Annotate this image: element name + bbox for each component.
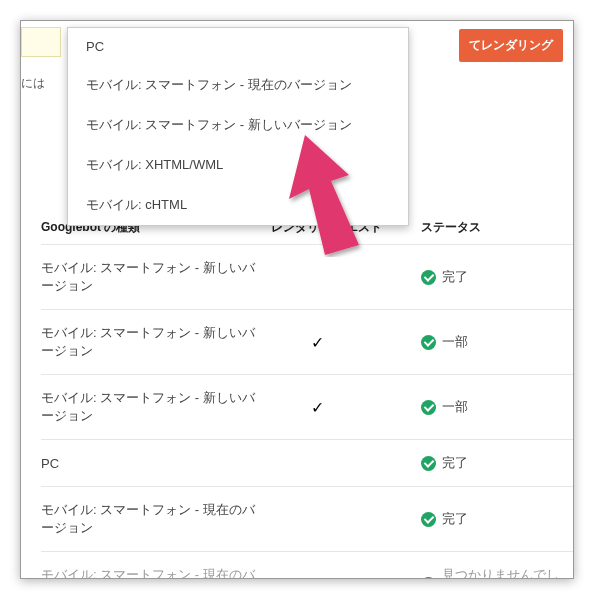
highlight-box: [21, 27, 61, 57]
cell-status: 完了: [421, 454, 571, 472]
dropdown-option-mobile-current[interactable]: モバイル: スマートフォン - 現在のバージョン: [68, 65, 408, 105]
dropdown-option-chtml[interactable]: モバイル: cHTML: [68, 185, 408, 225]
success-icon: [421, 270, 436, 285]
status-text: 完了: [442, 268, 468, 286]
render-button[interactable]: てレンダリング: [459, 29, 563, 62]
cell-status: 完了: [421, 268, 571, 286]
cell-status: !見つかりませんでした: [421, 566, 571, 579]
cell-status: 一部: [421, 398, 571, 416]
cell-type: モバイル: スマートフォン - 新しいバージョン: [41, 259, 271, 295]
cell-type: モバイル: スマートフォン - 現在のバージョン: [41, 566, 271, 579]
dropdown-option-xhtml-wml[interactable]: モバイル: XHTML/WML: [68, 145, 408, 185]
cell-status: 一部: [421, 333, 571, 351]
table-row[interactable]: モバイル: スマートフォン - 現在のバージョン完了: [41, 486, 573, 551]
success-icon: [421, 456, 436, 471]
table-row[interactable]: モバイル: スマートフォン - 新しいバージョン完了: [41, 244, 573, 309]
cell-type: モバイル: スマートフォン - 新しいバージョン: [41, 389, 271, 425]
table-row[interactable]: PC完了: [41, 439, 573, 486]
status-text: 一部: [442, 398, 468, 416]
status-text: 完了: [442, 454, 468, 472]
app-frame: には てレンダリング PC モバイル: スマートフォン - 現在のバージョン モ…: [20, 20, 574, 579]
left-truncated-label: には: [21, 75, 45, 92]
error-icon: !: [421, 577, 436, 580]
dropdown-option-pc[interactable]: PC: [68, 28, 408, 65]
status-text: 見つかりませんでした: [442, 566, 571, 579]
header-status: ステータス: [421, 219, 571, 236]
cell-render-request: ✓: [271, 398, 421, 417]
checkmark-icon: ✓: [271, 399, 324, 416]
cell-type: モバイル: スマートフォン - 現在のバージョン: [41, 501, 271, 537]
cell-status: 完了: [421, 510, 571, 528]
success-icon: [421, 400, 436, 415]
success-icon: [421, 512, 436, 527]
status-text: 一部: [442, 333, 468, 351]
results-table: Googlebot の種類 レンダリ リクエスト ステータス モバイル: スマー…: [41, 211, 573, 579]
cell-type: PC: [41, 456, 271, 471]
success-icon: [421, 335, 436, 350]
cell-type: モバイル: スマートフォン - 新しいバージョン: [41, 324, 271, 360]
googlebot-type-dropdown[interactable]: PC モバイル: スマートフォン - 現在のバージョン モバイル: スマートフォ…: [67, 27, 409, 226]
checkmark-icon: ✓: [271, 334, 324, 351]
dropdown-option-mobile-new[interactable]: モバイル: スマートフォン - 新しいバージョン: [68, 105, 408, 145]
table-row[interactable]: モバイル: スマートフォン - 新しいバージョン✓一部: [41, 309, 573, 374]
table-row[interactable]: モバイル: スマートフォン - 現在のバージョン!見つかりませんでした: [41, 551, 573, 579]
status-text: 完了: [442, 510, 468, 528]
cell-render-request: ✓: [271, 333, 421, 352]
table-row[interactable]: モバイル: スマートフォン - 新しいバージョン✓一部: [41, 374, 573, 439]
